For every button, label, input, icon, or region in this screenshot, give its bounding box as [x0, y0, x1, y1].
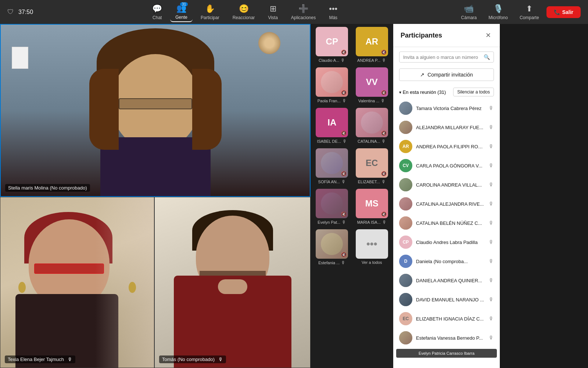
leave-button[interactable]: 📞 Salir	[546, 6, 581, 18]
thumb-mic-ms: 🔇	[381, 212, 387, 217]
participant-item[interactable]: CATALINA ALEJANDRA RIVE... 🎙	[393, 194, 500, 213]
search-bar[interactable]: 🔍	[399, 52, 494, 63]
nav-label-chat: Chat	[153, 15, 162, 20]
thumb-evelyn[interactable]: 🔇 Evelyn Pat... 🎙	[313, 189, 351, 225]
video-bottom: Texia Elena Bejer Tajmuch 🎙	[0, 197, 311, 368]
participant-item[interactable]: DANIELA ANDREA QUINIER... 🎙	[393, 271, 500, 290]
share-button[interactable]: ⬆ Comparte	[515, 3, 544, 22]
participant-avatar: EC	[399, 312, 412, 325]
participant-item[interactable]: CP Claudio Andres Labra Padilla 🎙	[393, 233, 500, 252]
participant-item[interactable]: AR ANDREA PAOLA FILIPPI ROS... 🎙	[393, 137, 500, 156]
mic-button[interactable]: 🎙️ Micrófono	[484, 3, 512, 22]
participant-name: Claudio Andres Labra Padilla	[416, 240, 485, 245]
phone-icon: 📞	[554, 9, 560, 15]
share-invite-label: Compartir invitación	[427, 72, 473, 78]
share-icon: ⬆	[526, 4, 533, 14]
thumb-ia[interactable]: IA 🔇 ISABEL DE... 🎙	[313, 108, 351, 144]
thumb-name-row-ec: ELIZABET... 🎙	[358, 179, 386, 184]
mic-small-ms: 🎙	[382, 220, 387, 225]
thumb-avatar-estefania: 🔇	[316, 229, 348, 259]
participant-mic-icon: 🎙	[489, 335, 494, 341]
participant-item[interactable]: CV CARLA PAOLA GÓNGORA V... 🎙	[393, 156, 500, 175]
thumb-row-5: 🔇 Evelyn Pat... 🎙 MS 🔇 MARIA ISA... 🎙	[313, 189, 390, 225]
thumb-cp[interactable]: CP 🔇 Claudio A... 🎙	[313, 27, 351, 63]
participant-list: Tamara Victoria Cabrera Pérez 🎙 ALEJANDR…	[393, 99, 500, 368]
main-content: Stella maris Molina (No comprobado)	[0, 24, 588, 368]
nav-item-chat[interactable]: 💬 Chat	[147, 3, 167, 22]
participant-name: Estefania Vanessa Bernedo P...	[416, 335, 485, 341]
participant-avatar	[399, 293, 412, 306]
participant-mic-icon: 🎙	[489, 105, 494, 111]
top-bar-center: 💬 Chat 👥 31 Gente ✋ Participar 😊 Reaccio…	[147, 2, 343, 22]
participant-mic-icon: 🎙	[489, 220, 494, 226]
nav-item-mas[interactable]: ••• Más	[324, 3, 343, 22]
participant-item-estefania[interactable]: Estefania Vanessa Bernedo P... 🎙	[393, 328, 500, 347]
nav-item-vista[interactable]: ⊞ Vista	[263, 3, 283, 22]
thumb-vv[interactable]: VV 🔇 Valentina ... 🎙	[354, 67, 391, 103]
man-bg	[155, 197, 310, 368]
participant-avatar: CP	[399, 236, 412, 249]
share-invite-icon: ↗	[420, 72, 424, 78]
search-input[interactable]	[403, 54, 481, 60]
nav-item-participar[interactable]: ✋ Participar	[196, 3, 225, 22]
participant-name: CATALINA ALEJANDRA RIVE...	[416, 201, 485, 207]
participant-item[interactable]: CAROLINA ANDREA VILLAL... 🎙	[393, 175, 500, 194]
mic-small-cp: 🎙	[341, 58, 345, 63]
participant-mic-icon: 🎙	[489, 297, 494, 302]
participant-item[interactable]: DAVID EMANUEL NARANJO ... 🎙	[393, 290, 500, 309]
thumb-avatar-paola: 🔇	[316, 67, 348, 97]
nav-item-gente[interactable]: 👥 31 Gente	[170, 2, 193, 22]
nav-label-participar: Participar	[201, 15, 219, 20]
participant-avatar	[399, 274, 412, 287]
thumb-name-row-evelyn: Evelyn Pat... 🎙	[318, 220, 346, 225]
thumb-estefania[interactable]: 🔇 Estefania ... 🎙	[313, 229, 351, 265]
share-invite-button[interactable]: ↗ Compartir invitación	[399, 68, 494, 81]
thumb-avatar-cp: CP 🔇	[316, 27, 348, 56]
mic-small-vv: 🎙	[381, 98, 385, 103]
thumb-mic-evelyn: 🔇	[341, 212, 347, 217]
mute-all-button[interactable]: Silenciar a todos	[453, 88, 494, 96]
thumb-row-3: IA 🔇 ISABEL DE... 🎙 🔇 CATALINA... 🎙	[313, 108, 390, 144]
thumb-ar[interactable]: AR 🔇 ANDREA P... 🎙	[354, 27, 391, 63]
mic-label: Micrófono	[488, 15, 508, 20]
camera-button[interactable]: 📹 Cámara	[457, 3, 481, 22]
thumb-mic-estefania: 🔇	[341, 252, 347, 257]
thumb-mic-cp: 🔇	[341, 50, 347, 55]
thumb-avatar-ver-todos: •••	[356, 229, 388, 259]
nav-item-aplicaciones[interactable]: ➕ Aplicaciones	[286, 3, 321, 22]
thumb-mic-ar: 🔇	[381, 50, 387, 55]
thumb-row-1: CP 🔇 Claudio A... 🎙 AR 🔇 ANDREA P... 🎙	[313, 27, 390, 63]
thumb-avatar-ms: MS 🔇	[356, 189, 388, 218]
aplicaciones-icon: ➕	[298, 4, 308, 14]
participant-avatar: D	[399, 255, 412, 268]
timer: 37:50	[18, 9, 33, 15]
vista-icon: ⊞	[270, 4, 276, 14]
participant-item[interactable]: CATALINA BELÉN NÚÑEZ C... 🎙	[393, 213, 500, 233]
thumb-ms[interactable]: MS 🔇 MARIA ISA... 🎙	[354, 189, 391, 225]
participant-item[interactable]: ALEJANDRA MILLARAY FUE... 🎙	[393, 118, 500, 137]
participant-item[interactable]: EC ELIZABETH IGNACIA DÍAZ C... 🎙	[393, 309, 500, 328]
mic-small-ec: 🎙	[381, 179, 386, 184]
participant-item[interactable]: Tamara Victoria Cabrera Pérez 🎙	[393, 99, 500, 118]
participant-avatar	[399, 121, 412, 134]
thumb-paola[interactable]: 🔇 Paola Fran... 🎙	[313, 67, 351, 103]
thumb-sofia[interactable]: 🔇 SOFÍA AN... 🎙	[313, 148, 351, 184]
thumb-mic-ia: 🔇	[341, 131, 347, 136]
participant-item[interactable]: D Daniela (No comproba... 🎙	[393, 252, 500, 271]
thumb-ver-todos[interactable]: ••• Ver a todos	[354, 229, 391, 265]
chevron-down-icon: ▾	[399, 90, 401, 95]
wall-decor	[258, 32, 280, 54]
participant-name: Tamara Victoria Cabrera Pérez	[416, 106, 485, 111]
close-panel-button[interactable]: ✕	[484, 30, 492, 41]
thumb-avatar-ia: IA 🔇	[316, 108, 348, 137]
thumb-catalina[interactable]: 🔇 CATALINA... 🎙	[354, 108, 391, 144]
mic-muted-icon: 🎙	[68, 357, 72, 362]
thumb-mic-sofia: 🔇	[341, 171, 347, 176]
top-bar-right: 📹 Cámara 🎙️ Micrófono ⬆ Comparte 📞 Salir	[457, 3, 581, 22]
participant-mic-icon: 🎙	[489, 316, 494, 322]
gente-wrap: 👥 31	[176, 4, 186, 13]
thumb-avatar-ec: EC 🔇	[356, 148, 388, 178]
nav-item-reaccionar[interactable]: 😊 Reaccionar	[227, 3, 260, 22]
participant-avatar	[399, 216, 412, 230]
thumb-ec[interactable]: EC 🔇 ELIZABET... 🎙	[354, 148, 391, 184]
